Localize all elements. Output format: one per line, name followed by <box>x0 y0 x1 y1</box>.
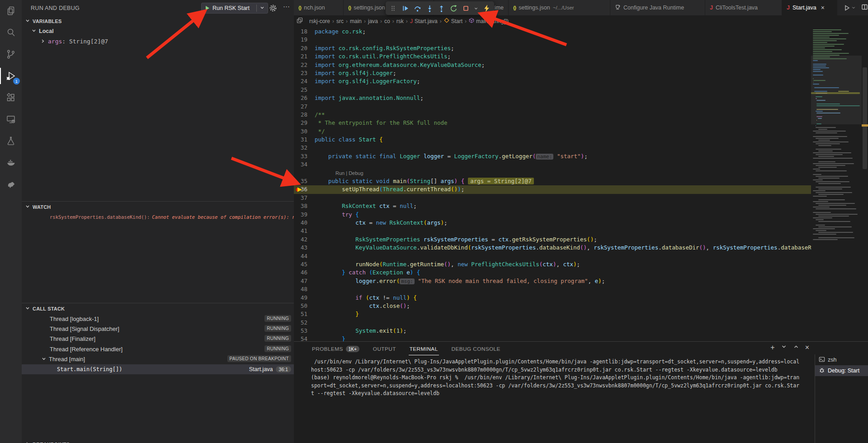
code-line[interactable]: 46 } catch (Exception e) { <box>294 269 811 277</box>
call-stack-thread-row[interactable]: Thread [logback-1]RUNNING <box>22 314 294 324</box>
close-panel-icon[interactable]: × <box>805 344 809 351</box>
call-stack-thread-row[interactable]: Thread [Reference Handler]RUNNING <box>22 344 294 354</box>
code-line[interactable]: 27 <box>294 103 811 111</box>
drag-grip-icon[interactable] <box>389 4 398 13</box>
extensions-activity-item[interactable] <box>0 87 22 108</box>
code-line[interactable]: 19 <box>294 36 811 44</box>
code-line[interactable]: 35 public static void main(String[] args… <box>294 177 811 185</box>
call-stack-section-header[interactable]: CALL STACK <box>22 304 294 314</box>
code-line[interactable]: 48 <box>294 285 811 293</box>
code-editor[interactable]: 18package co.rsk;1920import co.rsk.confi… <box>294 27 868 341</box>
codelens-run-debug[interactable]: Run | Debug <box>294 170 363 176</box>
code-line[interactable]: 51 } <box>294 310 811 318</box>
variables-section-header[interactable]: VARIABLES <box>22 16 294 26</box>
code-line[interactable]: 33 private static final Logger logger = … <box>294 152 811 160</box>
code-line[interactable]: 21import co.rsk.util.PreflightChecksUtil… <box>294 52 811 61</box>
remote-explorer-activity-item[interactable] <box>0 108 22 130</box>
terminal-list-item-debug-start[interactable]: Debug: Start <box>815 365 868 376</box>
code-line[interactable]: 47 logger.error(msg: "The RSK node main … <box>294 277 811 285</box>
breadcrumb-item[interactable]: co <box>384 18 390 24</box>
restart-icon[interactable] <box>449 4 458 13</box>
code-line[interactable]: 45 runNode(Runtime.getRuntime(), new Pre… <box>294 260 811 269</box>
code-line[interactable]: 38 RskContext ctx = null; <box>294 202 811 210</box>
breadcrumb-item[interactable]: java <box>368 18 378 24</box>
run-file-button[interactable] <box>844 5 856 11</box>
explorer-activity-item[interactable] <box>0 0 22 22</box>
call-stack-thread-row[interactable]: Thread [Signal Dispatcher]RUNNING <box>22 324 294 334</box>
search-activity-item[interactable] <box>0 22 22 43</box>
chevron-down-icon[interactable] <box>257 5 268 11</box>
code-line[interactable]: 50 ctx.close(); <box>294 302 811 310</box>
tab-configure-java-runtime[interactable]: Configure Java Runtime <box>610 0 705 15</box>
panel-tab-output[interactable]: OUTPUT <box>372 343 397 355</box>
code-line[interactable]: 20import co.rsk.config.RskSystemProperti… <box>294 44 811 52</box>
code-line[interactable]: 32 <box>294 144 811 152</box>
tab-settings-json[interactable]: {}settings.json~/.../User <box>509 0 610 15</box>
stop-icon[interactable] <box>462 4 471 13</box>
run-configuration-button[interactable]: Run RSK Start <box>201 3 268 14</box>
terminal-output[interactable]: /usr/bin/env /Library/Internet\ Plug-Ins… <box>311 358 812 398</box>
stop-dropdown-icon[interactable] <box>473 4 479 13</box>
variable-args[interactable]: args: String[2]@7 <box>22 36 294 46</box>
panel-tab-debug-console[interactable]: DEBUG CONSOLE <box>451 343 501 355</box>
breakpoint-paused-indicator[interactable] <box>296 187 303 193</box>
code-line[interactable]: 30 */ <box>294 127 811 136</box>
code-line[interactable]: 22import org.ethereum.datasource.KeyValu… <box>294 61 811 69</box>
code-line[interactable]: 36 setUpThread(Thread.currentThread()); <box>294 185 811 193</box>
code-line[interactable]: 44 <box>294 252 811 260</box>
code-line[interactable]: 25 <box>294 86 811 94</box>
code-line[interactable]: 34 <box>294 160 811 169</box>
editor-scrollbar[interactable] <box>862 27 868 341</box>
breadcrumb-item[interactable]: rsk <box>396 18 404 24</box>
codelens-row[interactable]: Run | Debug <box>294 169 811 177</box>
code-line[interactable]: 42 RskSystemProperties rskSystemProperti… <box>294 236 811 244</box>
docker-activity-item[interactable] <box>0 152 22 174</box>
watch-expression-row[interactable]: rskSystemProperties.databaseKind(): Cann… <box>22 212 294 222</box>
new-terminal-icon[interactable]: + <box>770 344 774 351</box>
code-line[interactable]: 28/** <box>294 111 811 119</box>
call-stack-thread-row[interactable]: Thread [main]PAUSED ON BREAKPOINT <box>22 354 294 364</box>
panel-tab-terminal[interactable]: TERMINAL <box>409 343 439 355</box>
breadcrumb-file[interactable]: Start.java <box>415 18 438 24</box>
code-line[interactable]: 54 } <box>294 335 811 341</box>
continue-icon[interactable] <box>401 4 410 13</box>
split-squares-icon[interactable] <box>297 17 303 25</box>
minimap[interactable] <box>811 27 862 341</box>
testing-activity-item[interactable] <box>0 130 22 152</box>
code-line[interactable]: 24import org.slf4j.LoggerFactory; <box>294 77 811 85</box>
step-into-icon[interactable] <box>425 4 434 13</box>
tab-start-java[interactable]: JStart.java× <box>782 0 837 15</box>
terminal-list-item-zsh[interactable]: zsh <box>815 354 868 365</box>
run-and-debug-activity-item[interactable]: 1 <box>0 65 22 87</box>
code-line[interactable]: 43 KeyValueDataSource.validateDbKind(rsk… <box>294 244 811 252</box>
breakpoints-section-header[interactable]: BREAKPOINTS <box>22 439 294 443</box>
code-line[interactable]: 39 try { <box>294 211 811 219</box>
variables-scope-local[interactable]: Local <box>22 26 294 36</box>
step-out-icon[interactable] <box>437 4 446 13</box>
code-line[interactable]: 53 System.exit(1); <box>294 327 811 335</box>
code-line[interactable]: 52 <box>294 319 811 327</box>
code-line[interactable]: 26import javax.annotation.Nonnull; <box>294 94 811 102</box>
code-line[interactable]: 23import org.slf4j.Logger; <box>294 69 811 77</box>
breadcrumb-symbol[interactable]: main(String[]) <box>476 18 509 24</box>
gear-icon[interactable] <box>269 5 277 14</box>
call-stack-thread-row[interactable]: Thread [Finalizer]RUNNING <box>22 334 294 344</box>
code-line[interactable]: 31public class Start { <box>294 136 811 144</box>
maximize-panel-icon[interactable] <box>793 344 799 352</box>
breadcrumb-item[interactable]: rskj-core <box>309 18 330 24</box>
code-line[interactable]: 29 * The entrypoint for the RSK full nod… <box>294 119 811 127</box>
tab-nch-json[interactable]: {}nch.json <box>294 0 344 15</box>
chevron-down-icon[interactable] <box>781 344 787 352</box>
breadcrumb-item[interactable]: src <box>336 18 344 24</box>
split-editor-button[interactable] <box>861 4 868 12</box>
step-over-icon[interactable] <box>413 4 422 13</box>
gradle-activity-item[interactable] <box>0 174 22 195</box>
code-line[interactable]: 49 if (ctx != null) { <box>294 294 811 302</box>
breadcrumb-symbol[interactable]: Start <box>451 18 462 24</box>
panel-tab-problems[interactable]: PROBLEMS1K+ <box>311 343 360 355</box>
code-line[interactable]: 37 <box>294 194 811 202</box>
code-line[interactable]: 18package co.rsk; <box>294 28 811 36</box>
hot-code-replace-icon[interactable] <box>482 4 491 13</box>
watch-section-header[interactable]: WATCH <box>22 202 294 212</box>
source-control-activity-item[interactable] <box>0 43 22 65</box>
